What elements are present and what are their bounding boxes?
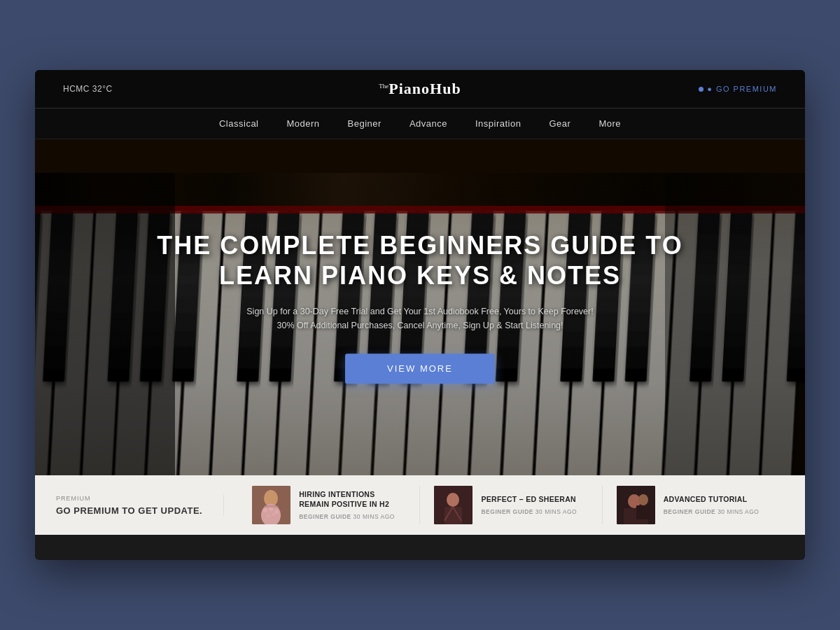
site-header: HCMC 32°C ThePianoHub ● GO PREMIUM bbox=[35, 70, 805, 108]
premium-cta-text[interactable]: GO PREMIUM TO GET UPDATE. bbox=[56, 505, 202, 516]
hero-section: THE COMPLETE BEGINNERS GUIDE TO LEARN PI… bbox=[35, 139, 805, 475]
premium-tag: PREMIUM bbox=[56, 495, 202, 502]
hero-title-line1: THE COMPLETE BEGINNERS GUIDE TO bbox=[157, 231, 682, 260]
nav-item-advance[interactable]: Advance bbox=[410, 118, 447, 129]
nav-item-gear[interactable]: Gear bbox=[549, 118, 570, 129]
view-more-button[interactable]: VIEW MORE bbox=[345, 354, 495, 384]
browser-window: HCMC 32°C ThePianoHub ● GO PREMIUM Class… bbox=[35, 70, 805, 560]
article-item-1[interactable]: HIRING INTENTIONS REMAIN POSITIVE IN H2 … bbox=[238, 486, 420, 524]
hero-title-line2: LEARN PIANO KEYS & NOTES bbox=[219, 262, 621, 290]
article-thumb-3 bbox=[617, 486, 655, 524]
site-logo[interactable]: ThePianoHub bbox=[379, 80, 461, 98]
svg-point-52 bbox=[274, 510, 279, 514]
article-thumb-2 bbox=[434, 486, 472, 524]
svg-point-66 bbox=[638, 494, 648, 505]
article-thumbnail-image-3 bbox=[617, 486, 655, 524]
logo-main: PianoHub bbox=[388, 80, 461, 97]
article-text-2: PERFECT – ED SHEERAN BEGINER GUIDE 30 mi… bbox=[481, 495, 587, 515]
hero-content: THE COMPLETE BEGINNERS GUIDE TO LEARN PI… bbox=[112, 230, 728, 384]
article-category-1: BEGINER GUIDE bbox=[299, 513, 351, 520]
svg-rect-55 bbox=[264, 505, 279, 507]
article-title-1: HIRING INTENTIONS REMAIN POSITIVE IN H2 bbox=[299, 490, 405, 509]
article-meta-3: BEGINER GUIDE 30 mins ago bbox=[664, 508, 770, 515]
article-time-val-2: 30 mins ago bbox=[536, 508, 577, 515]
article-thumb-1 bbox=[252, 486, 290, 524]
nav-item-beginer[interactable]: Beginer bbox=[348, 118, 382, 129]
article-thumbnail-image-2 bbox=[434, 486, 472, 524]
svg-point-58 bbox=[447, 493, 459, 507]
nav-item-more[interactable]: More bbox=[598, 118, 621, 129]
main-nav: Classical Modern Beginer Advance Inspira… bbox=[35, 108, 805, 139]
premium-label: ● GO PREMIUM bbox=[707, 85, 777, 93]
article-text-3: ADVANCED TUTORIAL BEGINER GUIDE 30 mins … bbox=[664, 495, 770, 515]
svg-point-54 bbox=[272, 513, 275, 516]
article-meta-2: BEGINER GUIDE 30 mins ago bbox=[481, 508, 587, 515]
article-time-val-1: 30 mins ago bbox=[354, 513, 395, 520]
article-title-2: PERFECT – ED SHEERAN bbox=[481, 495, 587, 505]
article-category-3: BEGINER GUIDE bbox=[664, 508, 716, 515]
article-title-3: ADVANCED TUTORIAL bbox=[664, 495, 770, 505]
svg-point-53 bbox=[267, 514, 270, 517]
premium-dot-icon bbox=[699, 87, 704, 92]
nav-item-classical[interactable]: Classical bbox=[219, 118, 259, 129]
article-item-2[interactable]: PERFECT – ED SHEERAN BEGINER GUIDE 30 mi… bbox=[420, 486, 602, 524]
nav-item-modern[interactable]: Modern bbox=[287, 118, 320, 129]
svg-point-50 bbox=[263, 508, 267, 512]
article-meta-1: BEGINER GUIDE 30 mins ago bbox=[299, 513, 405, 520]
articles-list: HIRING INTENTIONS REMAIN POSITIVE IN H2 … bbox=[224, 486, 784, 524]
article-time-val-3: 30 mins ago bbox=[718, 508, 759, 515]
article-thumbnail-image-1 bbox=[252, 486, 290, 524]
hero-title: THE COMPLETE BEGINNERS GUIDE TO LEARN PI… bbox=[112, 230, 728, 290]
hero-subtitle: Sign Up for a 30-Day Free Trial and Get … bbox=[245, 305, 595, 333]
weather-display: HCMC 32°C bbox=[63, 84, 113, 94]
article-text-1: HIRING INTENTIONS REMAIN POSITIVE IN H2 … bbox=[299, 490, 405, 519]
premium-section: PREMIUM GO PREMIUM TO GET UPDATE. bbox=[56, 495, 224, 516]
bottom-bar: PREMIUM GO PREMIUM TO GET UPDATE. bbox=[35, 475, 805, 535]
article-category-2: BEGINER GUIDE bbox=[481, 508, 533, 515]
logo-sup: The bbox=[379, 83, 388, 90]
svg-rect-67 bbox=[636, 505, 650, 519]
nav-item-inspiration[interactable]: Inspiration bbox=[475, 118, 521, 129]
go-premium-button[interactable]: ● GO PREMIUM bbox=[699, 85, 777, 93]
article-item-3[interactable]: ADVANCED TUTORIAL BEGINER GUIDE 30 mins … bbox=[603, 486, 784, 524]
